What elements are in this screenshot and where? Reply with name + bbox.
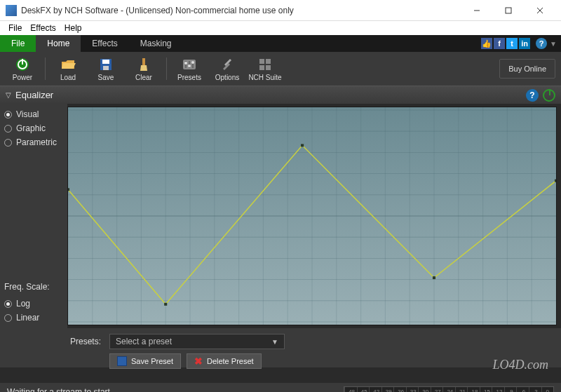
linkedin-icon[interactable]: in — [519, 38, 530, 49]
svg-rect-21 — [266, 65, 271, 70]
status-text: Waiting for a stream to start — [7, 387, 344, 392]
twitter-icon[interactable]: t — [506, 38, 518, 49]
floppy-icon — [117, 356, 127, 366]
svg-point-15 — [184, 62, 187, 65]
window-titlebar: DeskFX by NCH Software - (Unlicensed) No… — [0, 0, 561, 21]
save-preset-button[interactable]: Save Preset — [109, 353, 181, 369]
tab-masking[interactable]: Masking — [129, 35, 183, 52]
mode-parametric-radio[interactable]: Parametric — [4, 137, 63, 147]
presets-button[interactable]: Presets — [171, 55, 208, 83]
floppy-icon — [98, 57, 114, 72]
svg-rect-58 — [555, 180, 556, 182]
chevron-down-icon[interactable]: ▼ — [550, 40, 557, 48]
svg-rect-55 — [164, 303, 167, 306]
brush-icon — [136, 57, 151, 72]
app-icon — [6, 5, 17, 16]
toolbar-separator — [45, 58, 46, 80]
toolbar: Power Load Save Clear Presets Options NC… — [0, 52, 561, 86]
svg-rect-54 — [68, 188, 69, 191]
meter-tick: -24 — [442, 387, 455, 392]
meter-tick: -12 — [492, 387, 504, 392]
svg-point-16 — [188, 65, 191, 67]
svg-rect-8 — [102, 60, 109, 64]
mode-graphic-radio[interactable]: Graphic — [4, 123, 63, 133]
window-title: DeskFX by NCH Software - (Unlicensed) No… — [21, 6, 461, 15]
equalizer-panel-header[interactable]: ▽ Equalizer ? — [0, 86, 561, 104]
tab-effects[interactable]: Effects — [81, 35, 128, 52]
ribbon-tabs: File Home Effects Masking 👍 f t in ? ▼ — [0, 35, 561, 52]
svg-rect-57 — [433, 276, 435, 279]
equalizer-body: Visual Graphic Parametric Freq. Scale: L… — [0, 104, 561, 328]
delete-preset-button[interactable]: ✖Delete Preset — [187, 353, 262, 369]
presets-label: Presets: — [70, 334, 101, 346]
nch-suite-button[interactable]: NCH Suite — [247, 55, 283, 83]
freqscale-linear-radio[interactable]: Linear — [4, 313, 63, 323]
chevron-down-icon: ▼ — [271, 338, 278, 346]
save-button[interactable]: Save — [88, 55, 124, 83]
svg-rect-18 — [259, 59, 264, 64]
menu-help[interactable]: Help — [60, 22, 86, 34]
maximize-button[interactable] — [492, 1, 524, 20]
svg-rect-10 — [142, 58, 145, 65]
status-bar: Waiting for a stream to start -48-45-42-… — [0, 383, 561, 392]
tab-home[interactable]: Home — [36, 35, 81, 52]
collapse-triangle-icon: ▽ — [6, 91, 11, 99]
meter-tick: -3 — [529, 387, 541, 392]
tab-file[interactable]: File — [0, 35, 36, 52]
facebook-icon[interactable]: f — [494, 38, 505, 49]
level-meter: -48-45-42-39-36-33-30-27-24-21-18-15-12-… — [344, 386, 554, 392]
meter-tick: -39 — [381, 387, 394, 392]
svg-rect-9 — [103, 66, 109, 70]
svg-rect-20 — [259, 65, 264, 70]
help-icon[interactable]: ? — [536, 38, 547, 49]
equalizer-title: Equalizer — [15, 90, 526, 100]
menu-effects[interactable]: Effects — [26, 22, 60, 34]
toolbar-separator — [166, 58, 167, 80]
clear-button[interactable]: Clear — [126, 55, 162, 83]
close-button[interactable] — [524, 1, 555, 20]
minimize-button[interactable] — [461, 1, 492, 20]
folder-open-icon — [60, 57, 76, 72]
delete-x-icon: ✖ — [194, 356, 203, 367]
grid-icon — [257, 57, 273, 72]
meter-tick: -15 — [480, 387, 492, 392]
equalizer-help-icon[interactable]: ? — [526, 89, 539, 102]
preset-select[interactable]: Select a preset ▼ — [109, 334, 285, 349]
meter-tick: -36 — [393, 387, 406, 392]
spacer — [0, 367, 561, 383]
meter-tick: -18 — [467, 387, 480, 392]
sliders-icon — [182, 57, 197, 72]
equalizer-sidebar: Visual Graphic Parametric Freq. Scale: L… — [0, 104, 67, 328]
presets-panel: Presets: Select a preset ▼ Save Preset ✖… — [0, 328, 561, 367]
meter-tick: -27 — [431, 387, 443, 392]
tools-icon — [219, 57, 235, 72]
meter-tick: 0 — [541, 387, 554, 392]
menubar: File Effects Help — [0, 21, 561, 35]
load-button[interactable]: Load — [50, 55, 86, 83]
power-button[interactable]: Power — [4, 55, 41, 83]
meter-tick: -6 — [516, 387, 529, 392]
freqscale-log-radio[interactable]: Log — [4, 299, 63, 309]
meter-tick: -33 — [406, 387, 419, 392]
svg-point-17 — [191, 61, 194, 64]
menu-file[interactable]: File — [4, 22, 26, 34]
power-icon — [15, 57, 30, 72]
svg-rect-19 — [266, 59, 271, 64]
equalizer-power-icon[interactable] — [543, 89, 555, 102]
svg-rect-1 — [506, 8, 511, 13]
equalizer-chart[interactable] — [67, 107, 557, 325]
options-button[interactable]: Options — [209, 55, 245, 83]
buy-online-button[interactable]: Buy Online — [499, 59, 555, 79]
meter-tick: -9 — [504, 387, 517, 392]
meter-tick: -30 — [418, 387, 431, 392]
meter-tick: -48 — [344, 387, 357, 392]
svg-rect-56 — [301, 144, 304, 147]
thumbsup-icon[interactable]: 👍 — [481, 38, 492, 49]
meter-tick: -21 — [455, 387, 468, 392]
mode-visual-radio[interactable]: Visual — [4, 109, 63, 119]
meter-tick: -45 — [357, 387, 370, 392]
meter-tick: -42 — [369, 387, 381, 392]
freq-scale-label: Freq. Scale: — [4, 282, 63, 292]
